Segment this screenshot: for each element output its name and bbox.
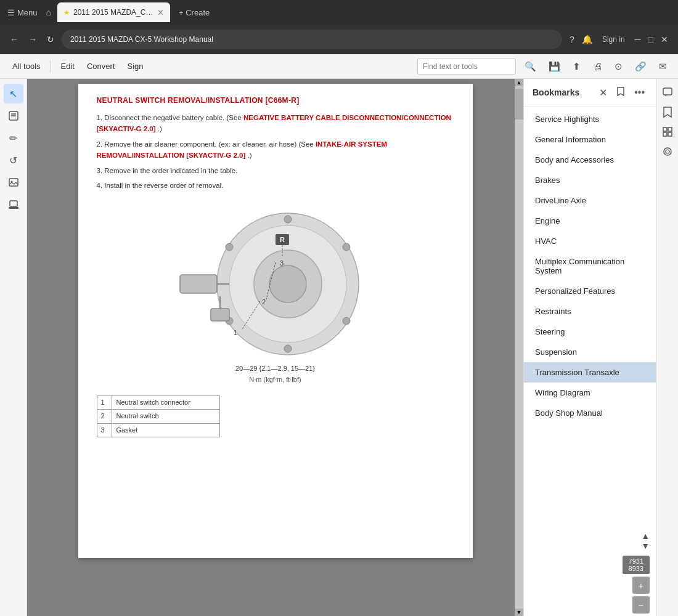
bookmark-multiplex[interactable]: Multiplex Communication System <box>524 251 656 281</box>
sign-in-button[interactable]: Sign in <box>597 33 630 46</box>
bookmark-suspension[interactable]: Suspension <box>524 342 656 362</box>
bookmark-engine[interactable]: Engine <box>524 211 656 231</box>
svg-rect-6 <box>9 207 18 209</box>
find-input[interactable] <box>417 59 516 75</box>
bookmark-scroll-up[interactable]: ▲ <box>641 531 650 541</box>
address-bar: ← → ↻ ? 🔔 Sign in ─ □ ✕ <box>0 25 678 54</box>
sign-button[interactable]: Sign <box>122 59 148 73</box>
bookmarks-header: Bookmarks ✕ ••• <box>524 79 656 107</box>
all-tools-button[interactable]: All tools <box>7 59 46 73</box>
link-button[interactable]: 🔗 <box>631 59 650 75</box>
pdf-scrollbar[interactable]: ▲ ▼ <box>515 79 523 616</box>
zoom-fit-button[interactable]: ⊙ <box>611 59 626 75</box>
scroll-thumb[interactable] <box>515 89 523 120</box>
print-button[interactable]: 🖨 <box>589 59 606 74</box>
table-row: 3 Gasket <box>97 423 219 437</box>
annotation-tool-button[interactable] <box>4 106 23 126</box>
pdf-viewer: ↖ ✏ ↺ ALLDATA NEUTRAL SWITCH REMOVAL/INS… <box>0 79 678 616</box>
bookmark-driveline-axle[interactable]: DriveLine Axle <box>524 190 656 211</box>
active-tab[interactable]: ★ 2011 2015 MAZDA_CX-S... ✕ <box>57 2 170 22</box>
edit-button[interactable]: Edit <box>56 59 80 73</box>
pdf-step-4: 4. Install in the reverse order of remov… <box>97 180 454 191</box>
svg-rect-29 <box>663 88 672 95</box>
pdf-step-3: 3. Remove in the order indicated in the … <box>97 165 454 176</box>
bookmark-restraints[interactable]: Restraints <box>524 301 656 322</box>
highlight-tool-button[interactable]: ✏ <box>4 128 23 148</box>
forward-button[interactable]: → <box>26 32 39 47</box>
stamp-tool-button[interactable] <box>4 195 23 214</box>
svg-rect-32 <box>663 132 667 136</box>
undo-tool-button[interactable]: ↺ <box>4 150 23 170</box>
search-icon-button[interactable]: 🔍 <box>521 59 540 75</box>
help-button[interactable]: ? <box>567 32 577 47</box>
svg-point-13 <box>343 317 350 325</box>
new-tab-button[interactable]: + Create <box>174 6 214 20</box>
svg-point-16 <box>226 243 233 251</box>
address-input[interactable] <box>62 30 562 49</box>
zoom-out-button[interactable]: − <box>632 596 650 614</box>
cursor-tool-button[interactable]: ↖ <box>4 84 23 103</box>
scroll-down-arrow[interactable]: ▼ <box>515 609 523 616</box>
torque-units: N·m (kgf·m, ft·lbf) <box>249 375 301 386</box>
page-number-box: 7931 8933 <box>623 556 650 574</box>
step3-text: Remove in the order indicated in the tab… <box>104 167 237 174</box>
right-icons-panel <box>656 79 678 616</box>
step2-text: Remove the air cleaner component. (ex: a… <box>104 140 316 148</box>
bookmark-general-information[interactable]: General Information <box>524 129 656 150</box>
comment-panel-button[interactable] <box>659 84 676 101</box>
bookmark-personalized[interactable]: Personalized Features <box>524 281 656 301</box>
bookmarks-close-button[interactable]: ✕ <box>597 86 610 100</box>
bookmark-scroll-down[interactable]: ▼ <box>641 541 650 551</box>
pdf-body: 1. Disconnect the negative battery cable… <box>97 112 454 437</box>
left-tools-panel: ↖ ✏ ↺ <box>0 79 27 616</box>
maximize-button[interactable]: □ <box>646 32 656 47</box>
tab-favicon: ★ <box>63 9 70 17</box>
bookmark-brakes[interactable]: Brakes <box>524 170 656 190</box>
diagram-caption-area: 20—29 {2.1—2.9, 15—21} N·m (kgf·m, ft·lb… <box>235 363 315 385</box>
bookmarks-bookmark-button[interactable] <box>613 85 628 100</box>
save-button[interactable]: 💾 <box>545 59 564 75</box>
bookmark-wiring[interactable]: Wiring Diagram <box>524 383 656 403</box>
part-num-3: 3 <box>97 423 112 437</box>
menu-button[interactable]: ☰ Menu <box>5 6 40 20</box>
close-window-button[interactable]: ✕ <box>658 32 671 47</box>
part-name-3: Gasket <box>112 423 219 437</box>
layers-panel-button[interactable] <box>659 143 676 160</box>
svg-point-12 <box>343 243 350 251</box>
svg-rect-33 <box>668 132 672 136</box>
svg-rect-5 <box>10 201 17 206</box>
table-row: 1 Neutral switch connector <box>97 395 219 410</box>
refresh-button[interactable]: ↻ <box>44 32 57 47</box>
share-button[interactable]: ⬆ <box>569 59 584 75</box>
home-button[interactable]: ⌂ <box>44 5 54 20</box>
svg-text:1: 1 <box>233 329 237 336</box>
step1-end: .) <box>158 125 162 132</box>
notifications-button[interactable]: 🔔 <box>579 32 595 47</box>
minimize-button[interactable]: ─ <box>632 32 643 47</box>
bookmark-service-highlights[interactable]: Service Highlights <box>524 109 656 129</box>
image-tool-button[interactable] <box>4 172 23 192</box>
bookmark-steering[interactable]: Steering <box>524 322 656 342</box>
bookmarks-more-button[interactable]: ••• <box>632 86 647 99</box>
email-button[interactable]: ✉ <box>655 59 671 75</box>
svg-rect-17 <box>180 275 217 293</box>
grid-panel-button[interactable] <box>659 123 676 140</box>
part-name-2: Neutral switch <box>112 410 219 424</box>
parts-table: 1 Neutral switch connector 2 Neutral swi… <box>97 395 220 438</box>
svg-text:3: 3 <box>279 259 283 267</box>
bookmark-body-shop[interactable]: Body Shop Manual <box>524 403 656 423</box>
svg-point-11 <box>284 216 292 223</box>
svg-rect-3 <box>9 179 18 186</box>
scroll-up-arrow[interactable]: ▲ <box>515 79 523 86</box>
home-icon: ⌂ <box>46 7 51 17</box>
bookmark-body-accessories[interactable]: Body and Accessories <box>524 150 656 170</box>
step2-end: .) <box>247 152 251 159</box>
zoom-in-button[interactable]: + <box>632 577 650 594</box>
bookmark-transmission[interactable]: Transmission Transaxle <box>524 362 656 383</box>
bookmarks-header-icons: ✕ ••• <box>597 85 647 100</box>
convert-button[interactable]: Convert <box>82 59 120 73</box>
tab-close-button[interactable]: ✕ <box>157 8 164 17</box>
bookmark-hvac[interactable]: HVAC <box>524 231 656 251</box>
back-button[interactable]: ← <box>7 32 21 47</box>
bookmark-panel-toggle-button[interactable] <box>659 103 676 121</box>
